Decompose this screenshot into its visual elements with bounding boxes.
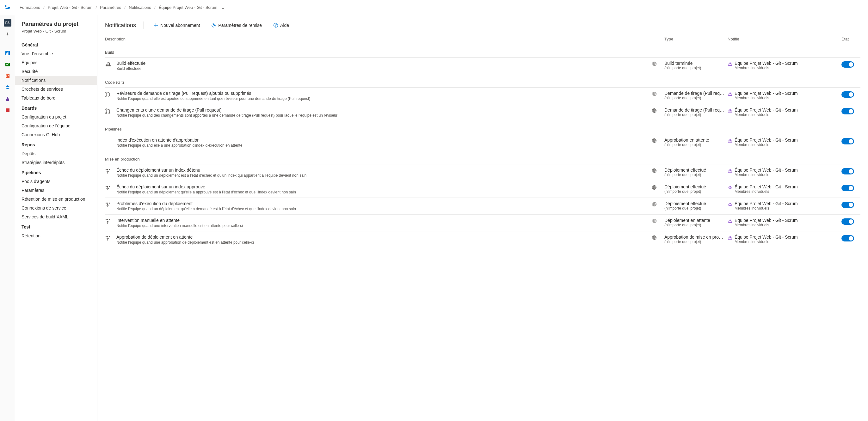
row-notify: Équipe Projet Web - Git - ScrumMembres i… bbox=[727, 167, 841, 177]
rail-boards-icon[interactable] bbox=[3, 59, 13, 69]
team-icon bbox=[727, 218, 733, 223]
row-subtitle: Notifie l'équipe quand un déploiement es… bbox=[116, 173, 648, 177]
sidebar-group-label: Test bbox=[15, 221, 97, 231]
row-title: Échec du déploiement sur un index approu… bbox=[116, 184, 648, 189]
enable-toggle[interactable] bbox=[841, 168, 854, 174]
sidebar-nav-item[interactable]: Rétention bbox=[15, 231, 97, 240]
row-state bbox=[841, 107, 860, 115]
row-state bbox=[841, 167, 860, 174]
row-subtitle: Notifie l'équipe quand une approbation d… bbox=[116, 240, 648, 245]
sidebar-nav-item[interactable]: Dépôts bbox=[15, 149, 97, 158]
enable-toggle[interactable] bbox=[841, 202, 854, 208]
rail-repos-icon[interactable] bbox=[3, 71, 13, 81]
sidebar-nav-item[interactable]: Pools d'agents bbox=[15, 177, 97, 186]
cmd-label: Nouvel abonnement bbox=[160, 23, 200, 28]
notification-row[interactable]: Problèmes d'exécution du déploiementNoti… bbox=[105, 198, 860, 215]
sidebar-nav-item[interactable]: Notifications bbox=[15, 76, 97, 85]
svg-rect-16 bbox=[7, 53, 8, 55]
notification-row[interactable]: Build effectuéeBuild effectuéeBuild term… bbox=[105, 58, 860, 74]
team-icon bbox=[727, 108, 733, 113]
enable-toggle[interactable] bbox=[841, 61, 854, 68]
enable-toggle[interactable] bbox=[841, 91, 854, 98]
breadcrumb-separator: / bbox=[124, 5, 126, 10]
svg-point-20 bbox=[6, 74, 7, 75]
rail-overview-icon[interactable] bbox=[3, 48, 13, 58]
enable-toggle[interactable] bbox=[841, 235, 854, 241]
rail-add-button[interactable]: + bbox=[3, 29, 13, 39]
sidebar-nav-item[interactable]: Configuration du projet bbox=[15, 112, 97, 121]
delivery-settings-button[interactable]: Paramètres de remise bbox=[209, 22, 264, 29]
notification-row[interactable]: Approbation de déploiement en attenteNot… bbox=[105, 231, 860, 248]
azure-devops-logo-icon[interactable] bbox=[4, 4, 11, 11]
team-icon bbox=[727, 168, 733, 173]
row-notify: Équipe Projet Web - Git - ScrumMembres i… bbox=[727, 61, 841, 70]
sidebar-group-label: Pipelines bbox=[15, 167, 97, 177]
row-type: Déploiement effectué(n'importe quel proj… bbox=[664, 167, 727, 177]
notification-row[interactable]: Réviseurs de demande de tirage (Pull req… bbox=[105, 88, 860, 104]
team-icon bbox=[727, 91, 733, 96]
enable-toggle[interactable] bbox=[841, 218, 854, 225]
rail-testplans-icon[interactable] bbox=[3, 94, 13, 104]
row-title: Intervention manuelle en attente bbox=[116, 218, 648, 223]
row-type: Déploiement en attente(n'importe quel pr… bbox=[664, 218, 727, 227]
page-title: Notifications bbox=[105, 22, 136, 29]
row-subtitle: Notifie l'équipe quand un déploiement qu… bbox=[116, 207, 648, 211]
row-type: Approbation de mise en pro…(n'importe qu… bbox=[664, 234, 727, 244]
svg-point-21 bbox=[6, 76, 7, 77]
breadcrumb-item[interactable]: Notifications bbox=[129, 5, 151, 10]
row-title: Échec du déploiement sur un index détenu bbox=[116, 167, 648, 172]
breadcrumb-item[interactable]: Formations bbox=[20, 5, 40, 10]
sidebar-nav-item[interactable]: Sécurité bbox=[15, 67, 97, 76]
sidebar-nav-item[interactable]: Équipes bbox=[15, 58, 97, 67]
sidebar-title: Paramètres du projet bbox=[15, 21, 97, 29]
notification-row[interactable]: Intervention manuelle en attenteNotifie … bbox=[105, 215, 860, 231]
row-subtitle: Notifie l'équipe quand elle est ajoutée … bbox=[116, 96, 648, 101]
breadcrumb-item[interactable]: Paramètres bbox=[100, 5, 121, 10]
globe-icon bbox=[652, 234, 664, 240]
sidebar-nav-item[interactable]: Configuration de l'équipe bbox=[15, 121, 97, 130]
enable-toggle[interactable] bbox=[841, 185, 854, 191]
sidebar-nav-item[interactable]: Stratégies interdépôts bbox=[15, 158, 97, 167]
enable-toggle[interactable] bbox=[841, 138, 854, 144]
row-state bbox=[841, 61, 860, 68]
row-state bbox=[841, 201, 860, 208]
row-state bbox=[841, 234, 860, 241]
team-icon bbox=[727, 235, 733, 240]
globe-icon bbox=[652, 167, 664, 173]
rail-pipelines-icon[interactable] bbox=[3, 82, 13, 92]
sidebar-nav-item[interactable]: Tableaux de bord bbox=[15, 94, 97, 102]
row-title: Build effectuée bbox=[116, 61, 648, 66]
enable-toggle[interactable] bbox=[841, 108, 854, 115]
chevron-down-icon[interactable]: ⌄ bbox=[221, 5, 225, 10]
rail-project-tile[interactable]: PS bbox=[3, 18, 13, 28]
notification-row[interactable]: Échec du déploiement sur un index approu… bbox=[105, 181, 860, 198]
help-icon bbox=[273, 23, 278, 28]
category-header: Pipelines bbox=[105, 121, 860, 134]
globe-icon bbox=[652, 61, 664, 66]
row-subtitle: Build effectuée bbox=[116, 66, 648, 71]
rail-artifacts-icon[interactable] bbox=[3, 105, 13, 115]
notification-row[interactable]: Échec du déploiement sur un index détenu… bbox=[105, 164, 860, 181]
breadcrumb-separator: / bbox=[95, 5, 97, 10]
sidebar-nav-item[interactable]: Crochets de services bbox=[15, 85, 97, 94]
main-content: Notifications Nouvel abonnement Paramètr… bbox=[97, 15, 868, 421]
new-subscription-button[interactable]: Nouvel abonnement bbox=[152, 22, 202, 29]
row-description: Échec du déploiement sur un index approu… bbox=[116, 184, 652, 194]
breadcrumb-item[interactable]: Équipe Projet Web - Git - Scrum bbox=[159, 5, 217, 10]
row-title: Approbation de déploiement en attente bbox=[116, 234, 648, 239]
sidebar-nav-item[interactable]: Connexions de service bbox=[15, 203, 97, 213]
svg-rect-23 bbox=[6, 109, 9, 112]
deploy-icon bbox=[105, 201, 116, 208]
notification-row[interactable]: Changements d'une demande de tirage (Pul… bbox=[105, 104, 860, 121]
sidebar-nav-item[interactable]: Paramètres bbox=[15, 186, 97, 195]
help-button[interactable]: Aide bbox=[271, 22, 291, 29]
sidebar-nav-item[interactable]: Connexions GitHub bbox=[15, 130, 97, 139]
sidebar-nav-item[interactable]: Vue d'ensemble bbox=[15, 49, 97, 58]
row-description: Échec du déploiement sur un index détenu… bbox=[116, 167, 652, 177]
breadcrumb-item[interactable]: Projet Web - Git - Scrum bbox=[48, 5, 92, 10]
row-type: Demande de tirage (Pull req…(n'importe q… bbox=[664, 107, 727, 117]
project-initials: PS bbox=[4, 19, 11, 27]
sidebar-nav-item[interactable]: Rétention de mise en production bbox=[15, 195, 97, 203]
sidebar-nav-item[interactable]: Services de build XAML bbox=[15, 213, 97, 221]
notification-row[interactable]: Index d'exécution en attente d'approbati… bbox=[105, 134, 860, 151]
